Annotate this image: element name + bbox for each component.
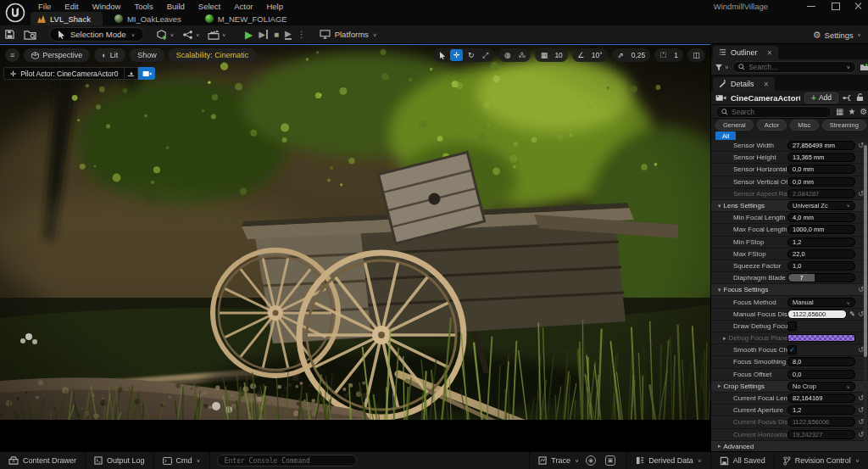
pilot-actor-label-pill[interactable]: ✛ Pilot Actor: CineCameraActor0 [3, 67, 125, 80]
value-field[interactable]: 0,0 mm [787, 177, 855, 187]
add-actor-dropdown[interactable]: ∨ [153, 27, 178, 42]
expander-icon[interactable]: ▾ [718, 203, 721, 209]
revision-control-dropdown[interactable]: Revision Control ∨ [775, 452, 868, 469]
add-component-button[interactable]: + Add [804, 92, 838, 103]
blueprints-dropdown[interactable]: ∨ [179, 27, 203, 42]
property-row-current-focal-length[interactable]: Current Focal Length82,164169↺ [711, 393, 868, 405]
filter-chip-actor[interactable]: Actor [757, 120, 787, 131]
expander-icon[interactable]: ▸ [718, 443, 721, 449]
property-row-diaphragm-blade-count[interactable]: Diaphragm Blade Count7 [711, 272, 868, 284]
property-row-current-horizontal-fov[interactable]: Current Horizontal FOV19,242327↺ [711, 429, 868, 441]
all-saved-button[interactable]: All Saved [711, 452, 775, 469]
close-tab-icon[interactable]: ✕ [767, 49, 773, 57]
trace-dropdown[interactable]: Trace ∨ ◉ ▣ [529, 452, 627, 469]
selection-mode-dropdown[interactable]: Selection Mode ∨ [49, 27, 144, 42]
output-log-button[interactable]: Output Log [86, 452, 154, 469]
value-field[interactable]: 13,365 mm [787, 153, 855, 162]
menu-file[interactable]: File [32, 1, 57, 12]
play-options-kebab-icon[interactable]: ⋮ [298, 30, 306, 39]
viewport-options-menu[interactable]: ≡ [5, 48, 19, 62]
property-row-current-aperture[interactable]: Current Aperture1,2↺ [711, 405, 868, 416]
tab-outliner[interactable]: Outliner ✕ [713, 46, 778, 59]
value-field[interactable]: 8,0 [787, 357, 855, 366]
details-scrollbar[interactable] [864, 142, 867, 449]
close-button[interactable] [853, 1, 865, 11]
spinner-field[interactable]: 7 [787, 273, 855, 282]
filter-chip-streaming[interactable]: Streaming [822, 120, 866, 131]
grid-snap-toggle[interactable]: ▦ [537, 49, 550, 61]
checkbox[interactable]: ✓ [787, 345, 797, 355]
property-row-sensor-vertical-offset[interactable]: Sensor Vertical Offset0,0 mm [711, 176, 868, 188]
close-tab-icon[interactable]: ✕ [764, 81, 770, 88]
property-row-sensor-aspect-ratio[interactable]: Sensor Aspect Ratio2,084287↺ [711, 188, 868, 200]
dropdown-field[interactable]: Universal Zc∨ [787, 201, 855, 210]
eyedropper-icon[interactable]: ✎ [849, 310, 855, 318]
details-search-input[interactable] [732, 108, 826, 116]
show-dropdown[interactable]: Show [130, 48, 164, 62]
scale-tool[interactable]: ⤢ [479, 49, 492, 61]
menu-edit[interactable]: Edit [58, 1, 84, 12]
value-field[interactable]: 82,164169 [787, 394, 855, 403]
details-settings-gear-icon[interactable]: ⚙ [860, 107, 867, 116]
new-folder-icon[interactable] [860, 63, 868, 71]
property-row-debug-focus-plane-color[interactable]: ▸Debug Focus Plane Color [711, 332, 868, 344]
scalability-warning[interactable]: Scalability: Cinematic [169, 48, 257, 62]
lock-icon[interactable] [856, 93, 864, 102]
filter-all-button[interactable]: All [715, 131, 736, 141]
value-field[interactable]: 1122,656006 [787, 417, 855, 427]
blueprint-hierarchy-icon[interactable] [843, 94, 852, 102]
display-filter-grid-icon[interactable]: ▦ [836, 107, 843, 116]
property-row-min-focal-length[interactable]: Min Focal Length4,0 mm [711, 212, 868, 224]
maximize-viewport-icon[interactable]: ◫ [690, 49, 703, 61]
value-field[interactable]: 2,084287 [787, 189, 855, 198]
move-tool[interactable]: ✛ [450, 49, 463, 61]
asset-tab-m-new-foliage[interactable]: M_NEW_FOLIAGE [198, 12, 299, 25]
value-field[interactable]: 1,2 [787, 237, 855, 247]
perspective-dropdown[interactable]: Perspective [24, 48, 90, 62]
value-field[interactable]: 1,2 [787, 405, 855, 415]
scale-snap-value[interactable]: 0,25 [629, 51, 648, 59]
expander-icon[interactable]: ▾ [718, 287, 721, 293]
camera-speed-icon[interactable]: ⏍ [657, 49, 670, 61]
property-row-sensor-height[interactable]: Sensor Height13,365 mm [711, 152, 868, 164]
camera-speed-value[interactable]: 1 [671, 51, 681, 59]
checkbox[interactable] [787, 321, 797, 331]
filter-icon[interactable]: ∨ [715, 64, 729, 71]
screenshot-icon[interactable]: ▣ [605, 455, 615, 466]
dropdown-field[interactable]: No Crop∨ [787, 382, 855, 391]
rotate-tool[interactable]: ↻ [465, 49, 477, 61]
value-field[interactable]: 4,0 mm [787, 213, 855, 222]
play-button[interactable]: ▶ [245, 29, 253, 41]
property-row-sensor-horizontal-offset[interactable]: Sensor Horizontal Offset0,0 mm [711, 164, 868, 176]
details-search[interactable] [715, 106, 832, 118]
property-row-sensor-width[interactable]: Sensor Width27,856499 mm↺ [711, 140, 868, 152]
settings-dropdown[interactable]: ⚙ Settings ∨ [813, 25, 861, 44]
menu-tools[interactable]: Tools [128, 1, 159, 12]
property-row-max-focal-length[interactable]: Max Focal Length1000,0 mm [711, 224, 868, 236]
color-swatch[interactable] [787, 334, 855, 342]
content-drawer-button[interactable]: Content Drawer [0, 452, 86, 469]
lit-dropdown[interactable]: ◐ Lit [94, 48, 125, 62]
tab-details[interactable]: Details ✕ [713, 77, 775, 91]
category-row-focus-settings[interactable]: ▾Focus Settings↺ [711, 284, 868, 296]
eject-pilot-button[interactable]: ▲ [125, 67, 138, 80]
minimize-button[interactable] [805, 1, 817, 11]
expander-icon[interactable]: ▸ [723, 335, 726, 342]
dropdown-field[interactable]: Manual∨ [787, 298, 855, 307]
property-row-focus-offset[interactable]: Focus Offset0,0 [711, 369, 868, 381]
filter-chip-misc[interactable]: Misc [790, 120, 818, 131]
filter-chip-general[interactable]: General [715, 120, 754, 131]
property-row-manual-focus-distance[interactable]: Manual Focus Distance1122,65600✎↺ [711, 309, 868, 321]
menu-build[interactable]: Build [161, 1, 191, 12]
category-row-lens-settings[interactable]: ▾Lens SettingsUniversal Zc∨ [711, 200, 868, 212]
stop-button[interactable]: ■ [274, 30, 279, 39]
platforms-dropdown[interactable]: Platforms ∨ [320, 30, 377, 39]
property-row-min-fstop[interactable]: Min FStop1,2 [711, 237, 868, 248]
cmd-dropdown[interactable]: Cmd ∨ [154, 452, 210, 469]
value-field[interactable]: 1122,65600 [787, 310, 847, 319]
browse-content-icon[interactable] [19, 27, 41, 42]
menu-select[interactable]: Select [192, 1, 226, 12]
level-viewport[interactable]: ≡ Perspective ◐ Lit Show Scalability: Ci… [0, 44, 710, 451]
rotation-snap-value[interactable]: 10° [589, 51, 605, 59]
surface-snap-toggle[interactable]: 🝆 [515, 49, 528, 61]
